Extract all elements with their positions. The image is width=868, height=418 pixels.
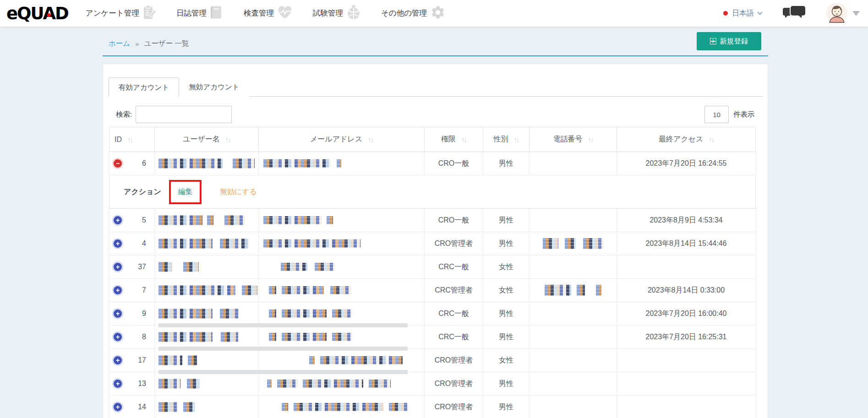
row-expand-button[interactable]: + (114, 333, 122, 341)
redacted-text (269, 286, 276, 294)
column-header-7[interactable]: 最終アクセス↑↓ (617, 127, 756, 152)
user-id: 9 (142, 309, 146, 318)
redacted-text (565, 238, 576, 249)
last-access (617, 372, 756, 396)
redacted-text (369, 380, 391, 388)
censor-bar (158, 347, 408, 351)
user-id: 4 (142, 239, 146, 248)
new-registration-button[interactable]: 新規登録 (697, 32, 761, 50)
user-id: 7 (142, 286, 146, 294)
row-expand-button[interactable]: + (114, 380, 122, 388)
last-access (617, 255, 756, 279)
user-role: CRC一般 (425, 326, 483, 349)
redacted-text (545, 285, 571, 296)
sort-icon[interactable]: ↑↓ (225, 136, 230, 143)
last-access: 2023年7月20日 16:24:55 (617, 152, 756, 175)
user-list-card: 有効アカウント 無効アカウント 検索: 10 件表示 ID↑↓ユーザー名↑↓メー… (103, 64, 768, 418)
heart-pulse-icon (274, 5, 293, 22)
redacted-text (158, 239, 213, 249)
menu-item-3[interactable]: 検査管理 (244, 5, 293, 22)
row-expand-button[interactable]: + (114, 263, 122, 271)
menu-item-4[interactable]: 試験管理 (313, 5, 361, 22)
user-gender: 女性 (483, 349, 530, 372)
user-gender: 男性 (483, 326, 530, 349)
book-icon (207, 5, 224, 22)
sort-icon[interactable]: ↑↓ (461, 136, 466, 143)
redacted-text (309, 356, 315, 364)
menu-item-1[interactable]: アンケート管理 (86, 5, 156, 22)
column-header-2[interactable]: ユーザー名↑↓ (155, 127, 259, 152)
redacted-text (188, 355, 197, 365)
user-id: 8 (142, 333, 146, 341)
redacted-text (327, 216, 333, 224)
redacted-text (158, 402, 178, 412)
column-header-5[interactable]: 性別↑↓ (483, 127, 530, 152)
user-role: CRO管理者 (425, 232, 483, 255)
sort-icon[interactable]: ↑↓ (514, 136, 519, 143)
chat-bubbles-icon (783, 4, 807, 22)
redacted-text (294, 403, 383, 411)
table-row-user-9: +9CRC一般男性2023年7月20日 16:00:40 (109, 302, 756, 326)
redacted-text (281, 263, 307, 271)
column-header-4[interactable]: 権限↑↓ (425, 127, 483, 152)
page-size-select[interactable]: 10 (704, 106, 729, 123)
sort-icon[interactable]: ↑↓ (709, 136, 714, 143)
navbar-right: 日本語 (723, 2, 860, 24)
edit-link[interactable]: 編集 (178, 187, 192, 197)
sort-icon[interactable]: ↑↓ (368, 136, 373, 143)
user-id: 37 (138, 263, 146, 271)
language-dot-icon (723, 11, 728, 16)
search-label: 検索: (116, 110, 132, 119)
row-expand-button[interactable]: + (114, 356, 122, 364)
column-label: ユーザー名 (183, 135, 220, 144)
column-label: 性別 (494, 135, 508, 144)
redacted-text (183, 402, 195, 412)
breadcrumb-home-link[interactable]: ホーム (109, 39, 130, 49)
chevron-down-icon (757, 10, 762, 15)
table-row-user-14: +14CRO管理者男性 (109, 396, 756, 418)
tab-inactive-accounts[interactable]: 無効アカウント (179, 77, 249, 97)
language-label: 日本語 (732, 9, 754, 18)
row-collapse-button[interactable]: − (114, 159, 122, 168)
row-expand-button[interactable]: + (114, 216, 122, 224)
redacted-text (220, 239, 249, 249)
top-navbar: eQUAD アンケート管理日誌管理検査管理試験管理その他の管理 日本語 (0, 0, 868, 27)
equad-logo[interactable]: eQUAD (6, 5, 68, 22)
row-expand-button[interactable]: + (114, 309, 122, 318)
column-header-6[interactable]: 電話番号↑↓ (530, 127, 617, 152)
sort-icon[interactable]: ↑↓ (127, 136, 132, 143)
censor-bar (158, 370, 408, 374)
user-menu[interactable] (826, 2, 860, 24)
row-expand-button[interactable]: + (114, 239, 122, 248)
redacted-text (158, 158, 223, 168)
table-row-user-13: +13CRO管理者男性 (109, 372, 756, 396)
user-gender: 男性 (483, 209, 530, 232)
sort-icon[interactable]: ↑↓ (588, 136, 593, 143)
column-label: 電話番号 (553, 135, 583, 144)
disable-link[interactable]: 無効にする (220, 187, 257, 197)
column-label: メールアドレス (310, 135, 362, 144)
tab-active-accounts[interactable]: 有効アカウント (109, 77, 179, 97)
user-gender: 男性 (483, 372, 530, 396)
redacted-text (224, 215, 245, 225)
chat-button[interactable] (783, 4, 807, 22)
search-input[interactable] (136, 106, 232, 123)
table-row-user-37: +37CRC一般女性 (109, 255, 756, 279)
language-selector[interactable]: 日本語 (723, 9, 762, 18)
redacted-text (158, 285, 235, 295)
table-row-user-17: +17CRO管理者女性 (109, 349, 756, 372)
redacted-text (282, 309, 327, 318)
user-role: CRO管理者 (425, 349, 483, 372)
row-expand-button[interactable]: + (114, 286, 122, 294)
redacted-text (332, 333, 352, 341)
user-role: CRC管理者 (425, 279, 483, 302)
redacted-text (233, 158, 255, 168)
user-gender: 女性 (483, 255, 530, 279)
redacted-text (596, 285, 601, 296)
redacted-text (577, 285, 585, 296)
column-header-3[interactable]: メールアドレス↑↓ (259, 127, 425, 152)
menu-item-5[interactable]: その他の管理 (381, 5, 446, 22)
column-header-1[interactable]: ID↑↓ (109, 127, 155, 152)
menu-item-2[interactable]: 日誌管理 (176, 5, 224, 22)
row-expand-button[interactable]: + (114, 403, 122, 411)
